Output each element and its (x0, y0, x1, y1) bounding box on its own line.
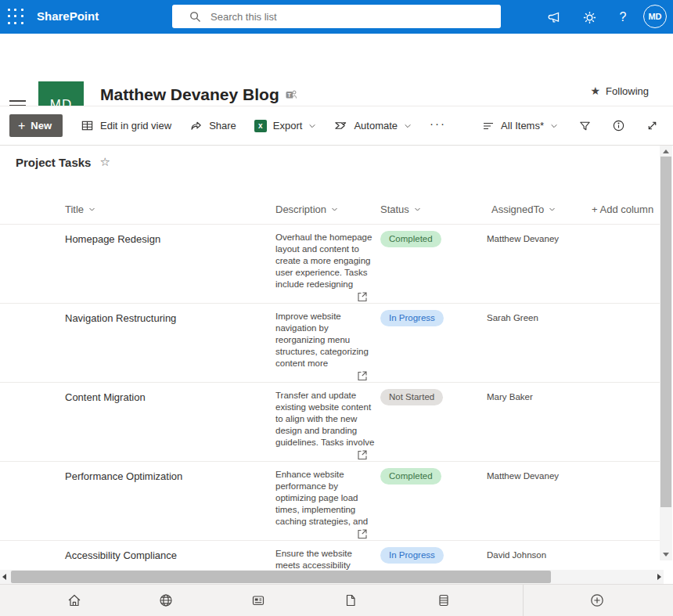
horizontal-scroll-thumb[interactable] (11, 571, 551, 583)
row-description: Improve website navigation by reorganizi… (275, 311, 376, 369)
edit-grid-view-button[interactable]: Edit in grid view (81, 119, 171, 132)
news-icon[interactable] (250, 592, 267, 609)
column-header-description[interactable]: Description (275, 204, 338, 215)
table-row[interactable]: Content Migration Transfer and update ex… (0, 383, 660, 462)
edit-grid-view-label: Edit in grid view (100, 120, 171, 131)
sharepoint-list-page: SharePoint ? MD MD Matthew Devaney Blo (0, 0, 673, 616)
column-header-status[interactable]: Status (380, 204, 421, 215)
command-bar: + New Edit in grid view Share x Export (0, 106, 673, 146)
sites-globe-icon[interactable] (157, 592, 175, 609)
excel-icon: x (254, 120, 267, 132)
scroll-right-arrow[interactable] (657, 574, 661, 580)
chevron-down-icon (550, 122, 558, 130)
sharepoint-logo-link[interactable]: SharePoint (37, 9, 99, 23)
row-title[interactable]: Homepage Redesign (65, 233, 160, 245)
settings-gear-icon[interactable] (580, 8, 599, 27)
view-selector[interactable]: All Items* (482, 120, 558, 132)
scroll-down-arrow[interactable] (663, 553, 669, 557)
list-title: Project Tasks ☆ (16, 155, 110, 169)
create-plus-icon[interactable] (588, 592, 606, 609)
new-button-label: New (31, 120, 52, 131)
automate-flow-icon (334, 119, 347, 132)
external-link-icon[interactable] (358, 369, 367, 384)
row-title[interactable]: Accessibility Compliance (65, 549, 177, 561)
row-assigned-to: Matthew Devaney (487, 234, 559, 243)
scroll-left-arrow[interactable] (2, 574, 6, 580)
share-button[interactable]: Share (189, 119, 236, 132)
vertical-scroll-thumb[interactable] (660, 157, 671, 507)
teams-icon: T (286, 89, 297, 100)
list-title-text: Project Tasks (16, 156, 91, 169)
suite-bar: SharePoint ? MD (0, 0, 673, 34)
column-label: Status (380, 204, 409, 215)
row-assigned-to: Sarah Green (487, 313, 538, 322)
status-badge: Completed (380, 468, 441, 485)
footer-divider (523, 585, 524, 616)
column-header-assignedto[interactable]: AssignedTo (491, 204, 556, 215)
view-selector-label: All Items* (501, 120, 544, 131)
horizontal-scrollbar[interactable] (0, 570, 664, 584)
site-header: MD Matthew Devaney Blog T Private group … (0, 34, 673, 106)
row-assigned-to: Mary Baker (487, 392, 533, 402)
filter-funnel-icon[interactable] (578, 119, 592, 132)
export-button[interactable]: x Export (254, 120, 317, 132)
table-row[interactable]: Performance Optimization Enhance website… (0, 462, 660, 541)
account-avatar[interactable]: MD (643, 5, 667, 28)
svg-text:T: T (287, 92, 291, 98)
table-row[interactable]: Accessibility Compliance Ensure the webs… (0, 541, 660, 570)
app-launcher-waffle-icon[interactable] (8, 9, 24, 25)
chevron-down-icon (404, 122, 412, 130)
files-page-icon[interactable] (342, 592, 359, 609)
vertical-scrollbar[interactable] (660, 146, 672, 560)
column-header-title[interactable]: Title (65, 204, 95, 215)
share-icon (189, 119, 203, 132)
row-title[interactable]: Content Migration (65, 391, 146, 403)
footer-app-bar (0, 584, 673, 616)
status-badge: In Progress (380, 547, 444, 564)
automate-button[interactable]: Automate (334, 119, 412, 132)
column-label: Title (65, 204, 84, 215)
new-button[interactable]: + New (9, 114, 63, 137)
row-assigned-to: Matthew Devaney (487, 471, 559, 481)
plus-icon: + (18, 120, 25, 132)
favorite-star-icon[interactable]: ☆ (99, 155, 110, 169)
chevron-down-icon (331, 206, 338, 213)
row-title[interactable]: Navigation Restructuring (65, 312, 176, 324)
lists-icon[interactable] (435, 592, 452, 609)
megaphone-icon[interactable] (545, 8, 564, 27)
expand-fullscreen-icon[interactable] (646, 119, 659, 132)
chevron-down-icon (414, 206, 421, 213)
add-column-button[interactable]: + Add column (592, 204, 653, 215)
table-header: Title Description Status AssignedTo + Ad… (0, 196, 660, 225)
grid-icon (81, 119, 94, 132)
row-title[interactable]: Performance Optimization (65, 470, 182, 482)
search-box[interactable] (172, 5, 501, 28)
view-lines-icon (482, 120, 495, 132)
search-input[interactable] (209, 10, 493, 23)
following-button[interactable]: ★ Following (581, 85, 649, 97)
info-icon[interactable] (612, 119, 625, 132)
overflow-menu-button[interactable]: ··· (430, 117, 446, 135)
external-link-icon[interactable] (358, 290, 367, 304)
column-label: Description (275, 204, 326, 215)
help-icon[interactable]: ? (614, 8, 632, 27)
external-link-icon[interactable] (358, 448, 367, 463)
chevron-down-icon (549, 206, 556, 213)
list-view: Project Tasks ☆ Title Description Status… (0, 146, 673, 570)
export-label: Export (273, 120, 303, 131)
status-badge: In Progress (380, 310, 444, 326)
table-row[interactable]: Navigation Restructuring Improve website… (0, 304, 660, 383)
external-link-icon[interactable] (358, 528, 367, 542)
search-icon (189, 11, 201, 23)
site-title-text: Matthew Devaney Blog (100, 85, 279, 104)
following-label: Following (606, 85, 649, 97)
share-label: Share (209, 120, 236, 131)
home-icon[interactable] (66, 592, 83, 609)
list-rows: Homepage Redesign Overhaul the homepage … (0, 225, 660, 570)
table-row[interactable]: Homepage Redesign Overhaul the homepage … (0, 225, 660, 304)
status-badge: Completed (380, 231, 441, 247)
scroll-up-arrow[interactable] (663, 149, 669, 153)
row-assigned-to: David Johnson (487, 550, 546, 560)
row-description: Overhaul the homepage layout and content… (275, 232, 376, 290)
site-title[interactable]: Matthew Devaney Blog T (100, 85, 297, 104)
